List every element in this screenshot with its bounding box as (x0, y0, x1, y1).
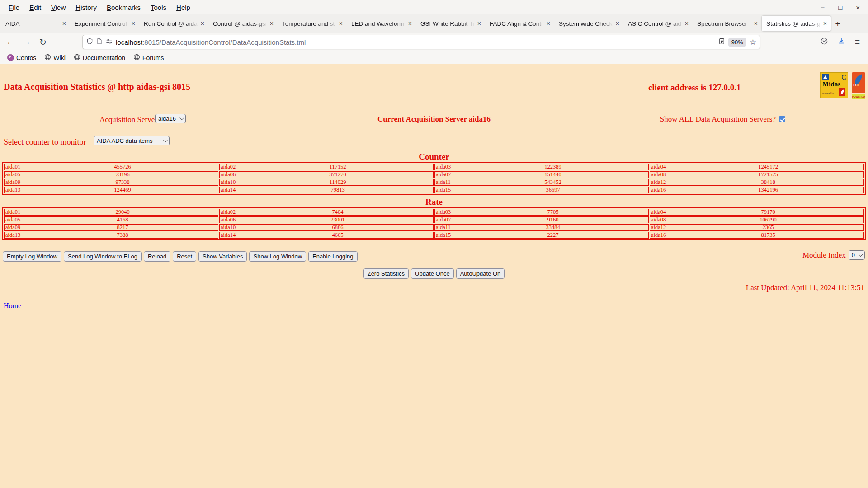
new-tab-button[interactable]: + (831, 17, 844, 31)
empty-log-window-button[interactable]: Empty Log Window (3, 251, 61, 262)
module-index-select[interactable]: 0 (849, 250, 865, 260)
tab-close-icon[interactable]: × (545, 20, 552, 27)
menu-history[interactable]: History (71, 2, 102, 13)
midas-logo: Midas powered by (820, 72, 848, 98)
send-log-to-elog-button[interactable]: Send Log Window to ELog (64, 251, 142, 262)
browser-window: File Edit View History Bookmarks Tools H… (0, 0, 868, 488)
bookmark-wiki[interactable]: Wiki (42, 53, 67, 63)
menu-edit[interactable]: Edit (24, 2, 46, 13)
show-all-servers-checkbox[interactable] (779, 116, 785, 122)
window-close-icon[interactable]: × (856, 4, 860, 11)
tab-close-icon[interactable]: × (684, 20, 690, 27)
centos-icon (7, 54, 14, 61)
tab-close-icon[interactable]: × (753, 20, 759, 27)
show-all-servers-label: Show ALL Data Acquisition Servers? (660, 115, 776, 124)
reload-icon[interactable]: ↻ (36, 37, 50, 47)
home-link[interactable]: Home (4, 302, 21, 310)
tab-close-icon[interactable]: × (476, 20, 482, 27)
forward-icon: → (20, 37, 33, 47)
page-info-icon[interactable] (96, 38, 103, 47)
zoom-level-badge[interactable]: 90% (728, 38, 746, 47)
rate-heading: Rate (0, 197, 868, 207)
window-maximize-icon[interactable]: □ (838, 4, 842, 11)
shield-icon[interactable] (86, 38, 93, 47)
bookmark-documentation[interactable]: Documentation (72, 53, 127, 63)
url-text[interactable]: localhost:8015/DataAcquisitionControl/Da… (116, 38, 715, 46)
globe-icon (133, 54, 140, 62)
tab-fadc-align[interactable]: FADC Align & Contr× (485, 16, 554, 31)
url-bar[interactable]: localhost:8015/DataAcquisitionControl/Da… (82, 35, 760, 49)
counter-type-select[interactable]: AIDA ADC data items (94, 136, 170, 145)
tcl-feather-icon (839, 88, 845, 96)
divider (0, 294, 868, 294)
tab-system-wide-check[interactable]: System wide Check× (554, 16, 623, 31)
module-index-label: Module Index (802, 251, 846, 260)
divider (0, 103, 868, 103)
tab-aida[interactable]: AIDA× (1, 16, 70, 31)
back-icon[interactable]: ← (4, 37, 17, 47)
page-content: Data Acquisition Statistics @ http aidas… (0, 64, 868, 488)
stray-dot: . (5, 296, 6, 302)
tab-statistics-active[interactable]: Statistics @ aidas-g× (762, 16, 831, 31)
table-row: aida0997338 aida10114029 aida11543452 ai… (4, 179, 864, 186)
tab-close-icon[interactable]: × (130, 20, 137, 27)
tab-temperature[interactable]: Temperature and st× (278, 16, 347, 31)
tab-experiment-control[interactable]: Experiment Control× (70, 16, 139, 31)
downloads-icon[interactable] (838, 38, 845, 47)
bookmarks-bar: Centos Wiki Documentation Forums (0, 52, 868, 64)
show-variables-button[interactable]: Show Variables (198, 251, 247, 262)
tab-close-icon[interactable]: × (199, 20, 206, 27)
menu-help[interactable]: Help (171, 2, 195, 13)
bookmark-forums[interactable]: Forums (132, 53, 165, 63)
rate-table: aida0129040 aida027404 aida037705 aida04… (2, 207, 866, 240)
menu-bookmarks[interactable]: Bookmarks (102, 2, 146, 13)
reader-mode-icon[interactable] (718, 38, 725, 47)
window-minimize-icon[interactable]: − (821, 4, 825, 11)
tab-close-icon[interactable]: × (822, 20, 828, 27)
client-address: client address is 127.0.0.1 (648, 83, 741, 93)
menu-view[interactable]: View (46, 2, 71, 13)
counter-heading: Counter (0, 152, 868, 162)
update-once-button[interactable]: Update Once (411, 268, 454, 279)
tab-close-icon[interactable]: × (269, 20, 275, 27)
enable-logging-button[interactable]: Enable Logging (308, 251, 357, 262)
tab-run-control[interactable]: Run Control @ aidas× (139, 16, 208, 31)
menu-file[interactable]: File (4, 2, 24, 13)
reload-button[interactable]: Reload (144, 251, 170, 262)
pocket-icon[interactable] (821, 38, 828, 47)
midas-triangle-icon (822, 74, 829, 80)
menu-bar: File Edit View History Bookmarks Tools H… (0, 0, 868, 14)
tab-asic-control[interactable]: ASIC Control @ aid× (623, 16, 693, 31)
tab-spectrum-browser[interactable]: Spectrum Browser× (693, 16, 762, 31)
tab-control[interactable]: Control @ aidas-gsi× (208, 16, 278, 31)
bookmark-star-icon[interactable]: ☆ (750, 38, 756, 47)
table-row: aida137388 aida144665 aida152227 aida168… (4, 232, 864, 239)
navigation-toolbar: ← → ↻ localhost:8015/DataAcquisitionCont… (0, 33, 868, 52)
menu-tools[interactable]: Tools (146, 2, 171, 13)
tab-close-icon[interactable]: × (614, 20, 621, 27)
zero-statistics-button[interactable]: Zero Statistics (363, 268, 409, 279)
midas-shield-icon (842, 74, 846, 82)
tab-gsi-white-rabbit[interactable]: GSI White Rabbit Ti× (416, 16, 485, 31)
bookmark-centos[interactable]: Centos (5, 53, 38, 62)
tab-close-icon[interactable]: × (61, 20, 67, 27)
table-row: aida0129040 aida027404 aida037705 aida04… (4, 209, 864, 216)
table-row: aida13124469 aida1479813 aida1536697 aid… (4, 187, 864, 193)
reset-button[interactable]: Reset (173, 251, 196, 262)
tab-close-icon[interactable]: × (338, 20, 344, 27)
select-counter-label: Select counter to monitor (4, 137, 86, 147)
hamburger-menu-icon[interactable]: ≡ (855, 37, 860, 47)
table-row: aida0573196 aida06371270 aida07151440 ai… (4, 171, 864, 178)
chevron-down-icon (163, 138, 168, 142)
globe-icon (74, 54, 80, 62)
show-log-window-button[interactable]: Show Log Window (249, 251, 306, 262)
autoupdate-on-button[interactable]: AutoUpdate On (456, 268, 505, 279)
permissions-sliders-icon[interactable] (106, 38, 113, 47)
last-updated-text: Last Updated: April 11, 2024 11:13:51 (746, 283, 864, 292)
tab-close-icon[interactable]: × (407, 20, 413, 27)
page-title: Data Acquisition Statistics @ http aidas… (4, 82, 190, 92)
table-row: aida098217 aida106886 aida1133484 aida12… (4, 224, 864, 231)
tab-led-waveform[interactable]: LED and Waveform× (347, 16, 416, 31)
counter-table: aida01455726 aida02117152 aida03122389 a… (2, 162, 866, 195)
chevron-down-icon (859, 252, 863, 257)
